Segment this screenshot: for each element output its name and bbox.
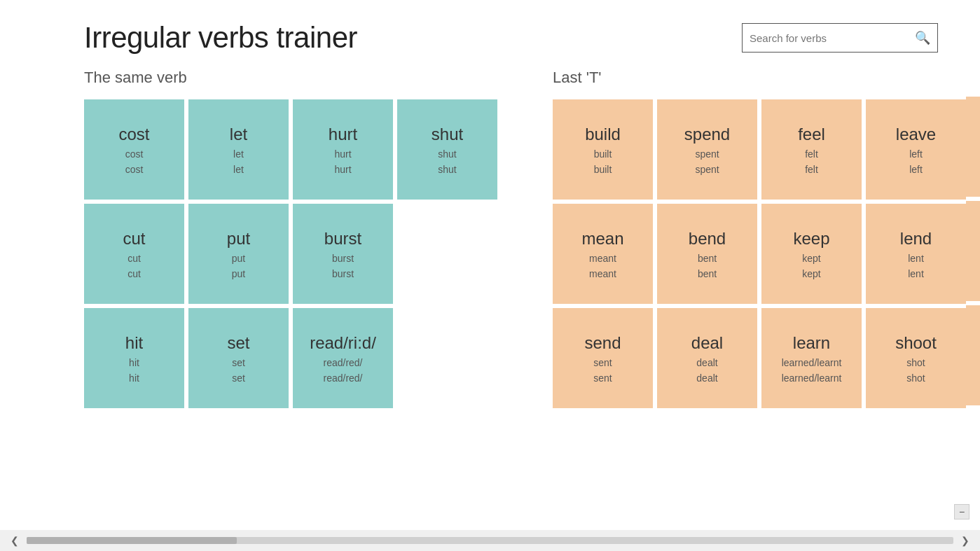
- empty-cell: [397, 204, 497, 304]
- verb-card[interactable]: let let let: [188, 99, 289, 200]
- verb-card[interactable]: leave left left: [866, 99, 966, 200]
- verb-base: put: [227, 229, 250, 249]
- verb-base: set: [227, 333, 249, 353]
- verb-past: cost: [125, 148, 144, 160]
- verb-pp: shot: [906, 372, 925, 384]
- verb-past: felt: [805, 148, 818, 160]
- right-section: Last 'T' build built built spend spent s…: [525, 69, 966, 408]
- verb-base: leave: [896, 125, 936, 144]
- verb-card[interactable]: burst burst burst: [293, 204, 393, 304]
- left-section-title: The same verb: [84, 69, 525, 87]
- verb-card[interactable]: feel felt felt: [761, 99, 862, 200]
- verb-pp: burst: [332, 268, 354, 279]
- partial-card: [966, 201, 980, 301]
- verb-pp: kept: [802, 268, 820, 279]
- right-verb-grid: build built built spend spent spent feel…: [553, 99, 966, 408]
- verb-past: put: [232, 253, 245, 264]
- verb-base: mean: [581, 229, 623, 249]
- verb-pp: shut: [438, 164, 456, 175]
- verb-base: send: [584, 333, 621, 353]
- verb-pp: bent: [698, 268, 717, 279]
- verb-base: hit: [125, 333, 143, 353]
- left-verb-grid: cost cost cost let let let hurt hurt hur…: [84, 99, 525, 408]
- verb-card[interactable]: lend lent lent: [866, 204, 966, 304]
- empty-cell: [397, 308, 497, 408]
- verb-base: keep: [793, 229, 829, 249]
- verb-pp: felt: [805, 164, 818, 175]
- verb-card[interactable]: put put put: [188, 204, 289, 304]
- verb-base: read/ri:d/: [310, 333, 376, 353]
- verb-pp: cost: [125, 164, 144, 175]
- verb-past: cut: [127, 253, 141, 264]
- scrollbar-thumb[interactable]: [27, 537, 237, 544]
- verb-past: set: [232, 357, 245, 368]
- verb-pp: let: [233, 164, 244, 175]
- search-button[interactable]: 🔍: [908, 30, 937, 46]
- verb-pp: learned/learnt: [782, 372, 842, 384]
- verb-card[interactable]: learn learned/learnt learned/learnt: [761, 308, 862, 408]
- verb-past: let: [233, 148, 244, 160]
- verb-base: cost: [118, 125, 149, 144]
- verb-base: bend: [689, 229, 726, 249]
- verb-base: burst: [324, 229, 361, 249]
- verb-past: bent: [698, 253, 717, 264]
- verb-pp: built: [594, 164, 612, 175]
- verb-past: shot: [906, 357, 925, 368]
- verb-base: learn: [793, 333, 830, 353]
- verb-card[interactable]: hurt hurt hurt: [293, 99, 393, 200]
- verb-pp: lent: [908, 268, 924, 279]
- verb-past: meant: [589, 253, 616, 264]
- zoom-out-button[interactable]: −: [954, 504, 969, 519]
- verb-card[interactable]: cut cut cut: [84, 204, 184, 304]
- verb-base: shoot: [895, 333, 937, 353]
- verb-past: left: [909, 148, 923, 160]
- verb-pp: hurt: [334, 164, 351, 175]
- scroll-left-button[interactable]: ❮: [7, 535, 22, 546]
- verb-card[interactable]: shoot shot shot: [866, 308, 966, 408]
- verb-card[interactable]: hit hit hit: [84, 308, 184, 408]
- verb-pp: left: [909, 164, 923, 175]
- verb-card[interactable]: set set set: [188, 308, 289, 408]
- verb-pp: sent: [593, 372, 612, 384]
- verb-base: spend: [684, 125, 730, 144]
- verb-base: let: [230, 125, 247, 144]
- scroll-right-button[interactable]: ❯: [958, 535, 973, 546]
- verb-past: lent: [908, 253, 924, 264]
- bottom-scrollbar: ❮ ❯: [0, 530, 980, 551]
- verb-past: kept: [802, 253, 820, 264]
- verb-pp: read/red/: [323, 372, 362, 384]
- header: Irregular verbs trainer 🔍: [0, 0, 980, 69]
- verb-base: feel: [798, 125, 825, 144]
- verb-card[interactable]: cost cost cost: [84, 99, 184, 200]
- search-container: 🔍: [742, 23, 938, 53]
- scrollbar-track[interactable]: [27, 537, 953, 544]
- verb-base: lend: [900, 229, 932, 249]
- left-section: The same verb cost cost cost let let let…: [84, 69, 525, 408]
- verb-pp: set: [232, 372, 245, 384]
- sections-wrapper: The same verb cost cost cost let let let…: [0, 69, 980, 408]
- verb-card[interactable]: mean meant meant: [553, 204, 653, 304]
- verb-base: hurt: [329, 125, 357, 144]
- verb-card[interactable]: read/ri:d/ read/red/ read/red/: [293, 308, 393, 408]
- verb-card[interactable]: shut shut shut: [397, 99, 497, 200]
- verb-card[interactable]: send sent sent: [553, 308, 653, 408]
- verb-card[interactable]: keep kept kept: [761, 204, 862, 304]
- verb-card[interactable]: deal dealt dealt: [657, 308, 757, 408]
- right-section-title: Last 'T': [553, 69, 966, 87]
- verb-past: hurt: [334, 148, 351, 160]
- verb-past: learned/learnt: [782, 357, 842, 368]
- verb-card[interactable]: spend spent spent: [657, 99, 757, 200]
- app-title: Irregular verbs trainer: [84, 21, 357, 55]
- verb-pp: spent: [695, 164, 719, 175]
- verb-card[interactable]: bend bent bent: [657, 204, 757, 304]
- search-input[interactable]: [743, 32, 908, 44]
- partial-card: [966, 97, 980, 197]
- verb-pp: put: [232, 268, 245, 279]
- verb-past: sent: [593, 357, 612, 368]
- verb-base: build: [585, 125, 621, 144]
- verb-pp: meant: [589, 268, 616, 279]
- verb-past: burst: [332, 253, 354, 264]
- verb-card[interactable]: build built built: [553, 99, 653, 200]
- verb-pp: dealt: [696, 372, 717, 384]
- verb-past: hit: [129, 357, 139, 368]
